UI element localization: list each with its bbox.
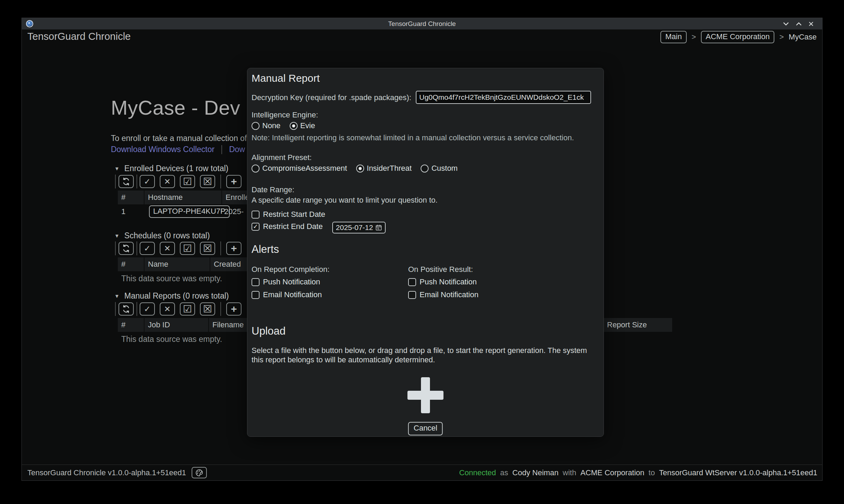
column-header: #: [118, 191, 144, 204]
add-button[interactable]: +: [226, 242, 241, 255]
checkbox-checked-icon[interactable]: ✓: [252, 223, 260, 231]
engine-radio-group: None Evie: [252, 121, 315, 130]
checkbox-icon[interactable]: [252, 278, 260, 286]
restrict-start-date-checkbox[interactable]: Restrict Start Date: [252, 210, 325, 219]
checkbox-label: Restrict Start Date: [263, 210, 325, 219]
restrict-end-date-checkbox[interactable]: ✓ Restrict End Date: [252, 222, 323, 231]
select-all-button[interactable]: ☑: [180, 302, 195, 316]
breadcrumb-org[interactable]: ACME Corporation: [701, 31, 775, 43]
hostname-link[interactable]: LAPTOP-PHE4KU7P: [149, 205, 230, 218]
download-windows-collector-link[interactable]: Download Windows Collector: [111, 145, 214, 154]
alignment-preset-label: Alignment Preset:: [252, 153, 312, 162]
titlebar: TensorGuard Chronicle: [22, 18, 822, 29]
radio-evie[interactable]: Evie: [290, 121, 315, 130]
deselect-all-button[interactable]: ☒: [200, 175, 215, 188]
checkbox-label: Email Notification: [420, 290, 478, 299]
toolbar-divider: [115, 175, 116, 188]
download-other-collector-link[interactable]: Dow: [229, 145, 245, 154]
checkbox-icon[interactable]: [408, 278, 416, 286]
section-enrolled-devices[interactable]: ▼ Enrolled Devices (1 row total): [114, 164, 228, 173]
radio-compromise-assessment[interactable]: CompromiseAssessment: [252, 164, 347, 173]
radio-label: Evie: [300, 121, 315, 130]
checkbox-icon[interactable]: [408, 291, 416, 299]
hostname-cell: LAPTOP-PHE4KU7P: [146, 205, 230, 218]
section-schedules[interactable]: ▼ Schedules (0 rows total): [114, 231, 210, 240]
checkbox-icon[interactable]: [252, 211, 260, 219]
radio-selected-icon[interactable]: [290, 122, 298, 130]
cancel-button[interactable]: Cancel: [408, 422, 443, 435]
check-icon: ✓: [144, 245, 150, 253]
refresh-button[interactable]: [118, 175, 134, 188]
reject-button[interactable]: ✕: [160, 175, 175, 188]
minimize-icon[interactable]: [783, 22, 789, 26]
positive-push-checkbox[interactable]: Push Notification: [408, 277, 477, 286]
row-index: 1: [118, 205, 144, 218]
select-all-button[interactable]: ☑: [180, 242, 195, 255]
refresh-button[interactable]: [118, 302, 134, 316]
deselect-all-button[interactable]: ☒: [200, 242, 215, 255]
manual-reports-toolbar: ✓ ✕ ☑ ☒ +: [115, 302, 244, 316]
radio-selected-icon[interactable]: [356, 165, 364, 173]
column-header: Hostname: [144, 191, 221, 204]
calendar-icon: [375, 224, 382, 231]
toolbar-divider: [137, 175, 137, 188]
status-server: TensorGuard WtServer v1.0.0-alpha.1+51ee…: [659, 468, 817, 477]
file-select-button[interactable]: [407, 377, 443, 413]
cross-icon: ✕: [164, 245, 170, 253]
theme-button[interactable]: [192, 467, 207, 478]
breadcrumb-main[interactable]: Main: [660, 31, 687, 43]
radio-icon[interactable]: [252, 165, 260, 173]
checkbox-label: Restrict End Date: [263, 222, 323, 231]
section-manual-reports[interactable]: ▼ Manual Reports (0 rows total): [114, 291, 229, 301]
column-header: Name: [144, 257, 210, 271]
alerts-section-title: Alerts: [252, 243, 279, 255]
radio-insider-threat[interactable]: InsiderThreat: [356, 164, 412, 173]
breadcrumb-separator: >: [779, 33, 784, 42]
column-header: #: [118, 318, 144, 332]
header: TensorGuard Chronicle Main > ACME Corpor…: [27, 30, 817, 44]
radio-none[interactable]: None: [252, 121, 281, 130]
alignment-radio-group: CompromiseAssessment InsiderThreat Custo…: [252, 164, 458, 173]
empty-datasource-text: This data source was empty.: [121, 274, 222, 283]
close-icon[interactable]: [809, 22, 813, 26]
collapse-triangle-icon[interactable]: ▼: [114, 166, 120, 171]
deselect-all-button[interactable]: ☒: [200, 302, 215, 316]
positive-email-checkbox[interactable]: Email Notification: [408, 290, 478, 299]
select-all-button[interactable]: ☑: [180, 175, 195, 188]
reject-button[interactable]: ✕: [160, 242, 175, 255]
accept-button[interactable]: ✓: [140, 175, 155, 188]
completion-push-checkbox[interactable]: Push Notification: [252, 277, 320, 286]
add-button[interactable]: +: [226, 175, 241, 188]
checkbox-icon[interactable]: [252, 291, 260, 299]
on-report-completion-label: On Report Completion:: [252, 265, 329, 274]
upload-plus-icon: [407, 391, 443, 400]
crossed-box-icon: ☒: [203, 244, 212, 254]
status-word: with: [563, 468, 576, 477]
toolbar-divider: [115, 241, 116, 255]
add-button[interactable]: +: [226, 302, 241, 316]
decryption-key-input[interactable]: [416, 91, 591, 104]
crossed-box-icon: ☒: [203, 304, 212, 314]
end-date-input[interactable]: 2025-07-12: [332, 222, 386, 233]
radio-icon[interactable]: [252, 122, 260, 130]
radio-icon[interactable]: [421, 165, 429, 173]
refresh-button[interactable]: [118, 242, 134, 255]
collapse-triangle-icon[interactable]: ▼: [114, 233, 120, 239]
breadcrumb: Main > ACME Corporation > MyCase: [660, 31, 817, 43]
collapse-triangle-icon[interactable]: ▼: [114, 293, 120, 299]
version-text: TensorGuard Chronicle v1.0.0-alpha.1+51e…: [27, 468, 186, 477]
toolbar-divider: [220, 175, 221, 188]
accept-button[interactable]: ✓: [140, 242, 155, 255]
radio-custom[interactable]: Custom: [421, 164, 458, 173]
completion-email-checkbox[interactable]: Email Notification: [252, 290, 322, 299]
upload-section-title: Upload: [252, 325, 285, 337]
section-title: Schedules (0 rows total): [124, 231, 210, 240]
reject-button[interactable]: ✕: [160, 302, 175, 316]
radio-label: None: [262, 121, 281, 130]
column-header: Report Size: [604, 318, 672, 332]
accept-button[interactable]: ✓: [140, 302, 155, 316]
maximize-icon[interactable]: [796, 22, 801, 26]
check-icon: ✓: [144, 305, 150, 313]
status-org: ACME Corporation: [580, 468, 644, 477]
enroll-intro-text: To enroll or take a manual collection of: [111, 134, 247, 143]
